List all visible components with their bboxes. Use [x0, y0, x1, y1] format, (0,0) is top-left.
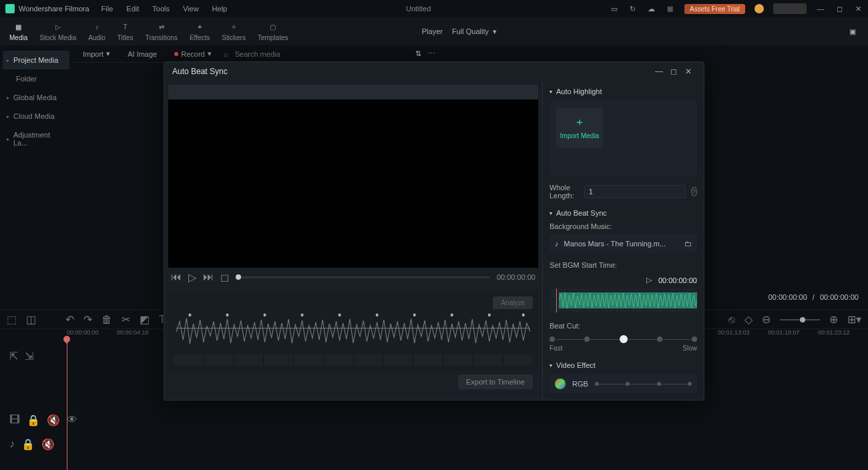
section-auto-beat-sync[interactable]: ▾Auto Beat Sync [550, 209, 697, 217]
stop-icon[interactable]: ◻ [220, 271, 229, 284]
music-note-icon: ♪ [555, 240, 559, 248]
dialog-preview-strip [168, 85, 538, 99]
section-video-effect[interactable]: ▾Video Effect [550, 361, 697, 369]
dialog-overlay: Auto Beat Sync — ◻ ✕ ⏮ ▷ ⏭ ◻ 00:00:00:00… [0, 0, 868, 470]
caret-down-icon: ▾ [550, 89, 552, 95]
bgm-start-time: 00:00:00:00 [658, 276, 697, 284]
svg-point-4 [301, 313, 304, 316]
beat-fast-label: Fast [550, 344, 562, 352]
dialog-maximize[interactable]: ◻ [666, 67, 681, 76]
analyze-button[interactable]: Analyze [493, 296, 533, 309]
dialog-scrubber[interactable] [236, 276, 490, 278]
effect-rgb-row: RGB [550, 375, 697, 393]
bgm-waveform[interactable] [550, 288, 697, 312]
svg-point-9 [488, 313, 491, 316]
auto-beat-sync-dialog: Auto Beat Sync — ◻ ✕ ⏮ ▷ ⏭ ◻ 00:00:00:00… [164, 61, 704, 401]
section-auto-highlight[interactable]: ▾Auto Highlight [550, 87, 697, 95]
svg-point-2 [226, 313, 228, 316]
beat-slow-label: Slow [682, 344, 697, 352]
svg-point-1 [188, 313, 191, 316]
dialog-waveform [174, 312, 533, 352]
effect-rgb-slider[interactable] [595, 382, 692, 386]
svg-rect-0 [176, 328, 530, 328]
plus-icon: ＋ [574, 115, 585, 130]
dialog-preview [168, 99, 538, 268]
dialog-title: Auto Beat Sync [172, 67, 652, 76]
whole-length-input[interactable] [584, 185, 686, 198]
dialog-close[interactable]: ✕ [681, 67, 696, 76]
beat-segments [174, 355, 533, 365]
dialog-preview-time: 00:00:00:00 [497, 273, 535, 281]
next-frame-icon[interactable]: ⏭ [203, 271, 214, 283]
folder-icon[interactable]: 🗀 [684, 240, 692, 248]
svg-point-6 [376, 313, 379, 316]
bgm-play-icon[interactable]: ▷ [646, 276, 652, 284]
svg-point-5 [339, 313, 341, 316]
bgm-file-box: ♪ Manos Mars - The Tunning.m... 🗀 [550, 234, 697, 253]
svg-point-7 [413, 313, 416, 316]
caret-down-icon: ▾ [550, 363, 552, 369]
bgm-filename: Manos Mars - The Tunning.m... [564, 240, 666, 248]
effect-rgb-label: RGB [572, 380, 588, 388]
dialog-minimize[interactable]: — [652, 67, 666, 76]
svg-point-8 [451, 313, 453, 316]
beat-cut-label: Beat Cut: [550, 322, 697, 330]
play-icon[interactable]: ▷ [188, 271, 196, 284]
import-media-box: ＋ Import Media [550, 101, 697, 176]
bgm-label: Background Music: [550, 222, 697, 230]
whole-length-label: Whole Length: [550, 184, 579, 200]
bgm-start-marker[interactable] [556, 288, 557, 312]
help-icon[interactable]: ? [691, 187, 697, 196]
beat-cut-slider[interactable] [550, 335, 697, 343]
prev-frame-icon[interactable]: ⏮ [171, 271, 182, 283]
rgb-icon [555, 379, 566, 389]
svg-point-3 [263, 313, 266, 316]
svg-point-10 [522, 313, 525, 316]
export-to-timeline-button[interactable]: Export to Timeline [458, 375, 533, 389]
caret-down-icon: ▾ [550, 210, 552, 216]
import-media-button[interactable]: ＋ Import Media [556, 107, 603, 148]
bgm-start-label: Set BGM Start Time: [550, 261, 697, 269]
